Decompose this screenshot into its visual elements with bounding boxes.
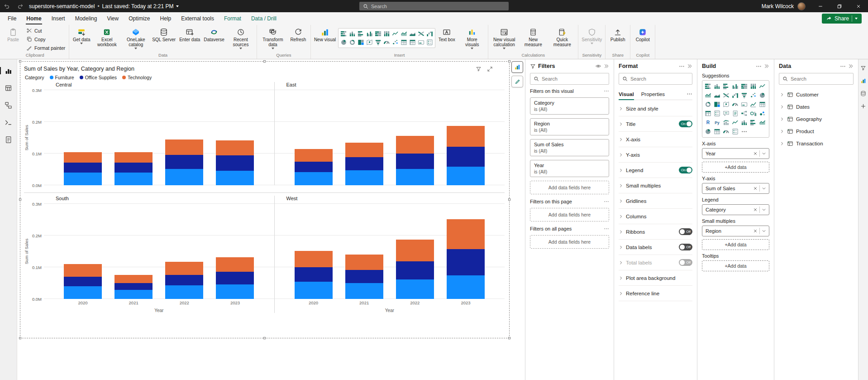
resize-handle[interactable]: [508, 60, 510, 63]
suggestion-gauge[interactable]: [722, 127, 730, 136]
suggestion-clustered-bar[interactable]: [749, 118, 758, 127]
visual-type-waterfall[interactable]: [425, 29, 434, 38]
excel-workbook-button[interactable]: Excel workbook: [93, 26, 121, 48]
user-name[interactable]: Mark Wilcock: [762, 3, 794, 10]
suggestion-funnel[interactable]: [740, 91, 749, 100]
visual-type-pct-bar[interactable]: [374, 29, 382, 38]
suggestion-py[interactable]: Py: [713, 118, 721, 127]
quick-measure-button[interactable]: Quick measure: [548, 26, 576, 48]
chevron-right-icon[interactable]: [780, 129, 784, 134]
ribbon-tab-file[interactable]: File: [3, 13, 21, 24]
format-section-legend[interactable]: LegendOn: [619, 163, 692, 178]
bar-central-2023[interactable]: [216, 140, 254, 185]
visual-type-donut[interactable]: [348, 38, 357, 47]
dax-query-view-button[interactable]: [3, 116, 14, 128]
filters-search-input[interactable]: [542, 76, 606, 82]
tmdl-view-button[interactable]: [3, 134, 14, 145]
format-section-reference-line[interactable]: Reference line: [619, 286, 692, 301]
suggestion-scatter[interactable]: [749, 91, 758, 100]
suggestion-line[interactable]: [731, 118, 739, 127]
resize-handle[interactable]: [19, 60, 21, 63]
field-options-icon[interactable]: [760, 186, 768, 191]
format-section-data-labels[interactable]: Data labelsOff: [619, 240, 692, 255]
suggestion-r[interactable]: R: [704, 118, 712, 127]
visual-type-scatter[interactable]: [391, 38, 400, 47]
visual-type-treemap[interactable]: [357, 38, 365, 47]
new-measure-button[interactable]: New measure: [519, 26, 547, 48]
suggestion-qa[interactable]: [722, 109, 730, 118]
visual-type-clustered-bar[interactable]: [357, 29, 365, 38]
legend-item-office-supplies[interactable]: Office Supplies: [80, 75, 117, 80]
remove-field-icon[interactable]: [751, 151, 759, 156]
on-object-build-button[interactable]: [511, 61, 523, 73]
visual-type-card[interactable]: [417, 38, 425, 47]
suggestion-map[interactable]: [722, 100, 730, 109]
bar-south-2021[interactable]: [114, 275, 153, 299]
format-search-input[interactable]: [630, 76, 689, 82]
model-view-button[interactable]: [3, 99, 14, 111]
close-button[interactable]: [849, 0, 868, 12]
add-data-fields-dropzone[interactable]: Add data fields here: [530, 235, 609, 249]
resize-handle[interactable]: [19, 337, 21, 339]
more-options-icon[interactable]: [679, 63, 685, 69]
refresh-button[interactable]: Refresh: [288, 26, 309, 43]
recent-sources-button[interactable]: Recent sources: [227, 26, 255, 50]
new-visual-calculation-button[interactable]: New visual calculation: [490, 26, 518, 50]
ribbon-tab-format[interactable]: Format: [219, 13, 246, 24]
filters-rail-icon[interactable]: [859, 64, 868, 72]
toggle-legend[interactable]: On: [679, 167, 692, 173]
suggestion-ellipsis[interactable]: [740, 127, 749, 136]
field-options-icon[interactable]: [760, 229, 768, 233]
suggestion-stacked-col[interactable]: [713, 82, 721, 91]
suggestion-bubble[interactable]: [758, 109, 767, 118]
more-options-icon[interactable]: [604, 226, 609, 231]
suggestion-area[interactable]: [758, 118, 767, 127]
suggestion-donut[interactable]: [704, 100, 712, 109]
ribbon-tab-help[interactable]: Help: [155, 13, 176, 24]
suggestion-combo[interactable]: [722, 118, 730, 127]
suggestion-doc[interactable]: [731, 109, 739, 118]
remove-field-icon[interactable]: [751, 229, 759, 233]
chart-visual[interactable]: Sum of Sales by Year, Category and Regio…: [20, 61, 510, 338]
onelake-catalog-button[interactable]: OneLake catalog: [122, 26, 150, 50]
sql-server-button[interactable]: SQL Server: [151, 26, 177, 43]
legend-item-technology[interactable]: Technology: [122, 75, 152, 80]
ribbon-tab-modeling[interactable]: Modeling: [70, 13, 102, 24]
legend-item-furniture[interactable]: Furniture: [50, 75, 74, 80]
suggestion-stacked-area[interactable]: [713, 91, 721, 100]
bar-east-2021[interactable]: [345, 143, 383, 185]
toggle-title[interactable]: On: [679, 120, 692, 127]
filter-card-sum-of-sales[interactable]: Sum of Salesis (All): [530, 139, 609, 156]
more-options-icon[interactable]: [840, 63, 846, 69]
field-pill-category[interactable]: Category: [702, 204, 769, 215]
copilot-button[interactable]: Copilot: [632, 26, 653, 43]
toggle-total-labels[interactable]: Off: [679, 259, 692, 266]
more-options-icon[interactable]: [756, 63, 762, 69]
suggestion-ribbon[interactable]: [722, 91, 730, 100]
resize-handle[interactable]: [263, 60, 266, 63]
suggestion-influencer[interactable]: [749, 109, 758, 118]
focus-mode-icon[interactable]: [487, 66, 493, 72]
restore-button[interactable]: [830, 0, 849, 12]
suggestion-pie[interactable]: [758, 91, 767, 100]
more-options-icon[interactable]: [687, 91, 692, 97]
field-pill-year[interactable]: Year: [702, 148, 769, 159]
format-painter-button[interactable]: Format painter: [24, 43, 67, 52]
visual-type-matrix[interactable]: [408, 38, 417, 47]
bar-east-2020[interactable]: [295, 149, 333, 185]
visual-type-line[interactable]: [391, 29, 400, 38]
visual-type-map[interactable]: [365, 38, 374, 47]
chevron-right-icon[interactable]: [780, 117, 784, 121]
ribbon-tab-optimize[interactable]: Optimize: [124, 13, 155, 24]
ribbon-tab-view[interactable]: View: [102, 13, 124, 24]
field-options-icon[interactable]: [760, 207, 768, 212]
undo-button[interactable]: [0, 0, 14, 12]
resize-handle[interactable]: [263, 337, 266, 339]
suggestion-kpi[interactable]: [749, 100, 758, 109]
format-section-size-and-style[interactable]: Size and style: [619, 101, 692, 116]
format-section-y-axis[interactable]: Y-axis: [619, 147, 692, 163]
format-section-small-multiples[interactable]: Small multiples: [619, 178, 692, 193]
bar-west-2022[interactable]: [396, 240, 434, 299]
add-data-fields-dropzone[interactable]: Add data fields here: [530, 208, 609, 221]
enter-data-button[interactable]: Enter data: [178, 26, 201, 43]
